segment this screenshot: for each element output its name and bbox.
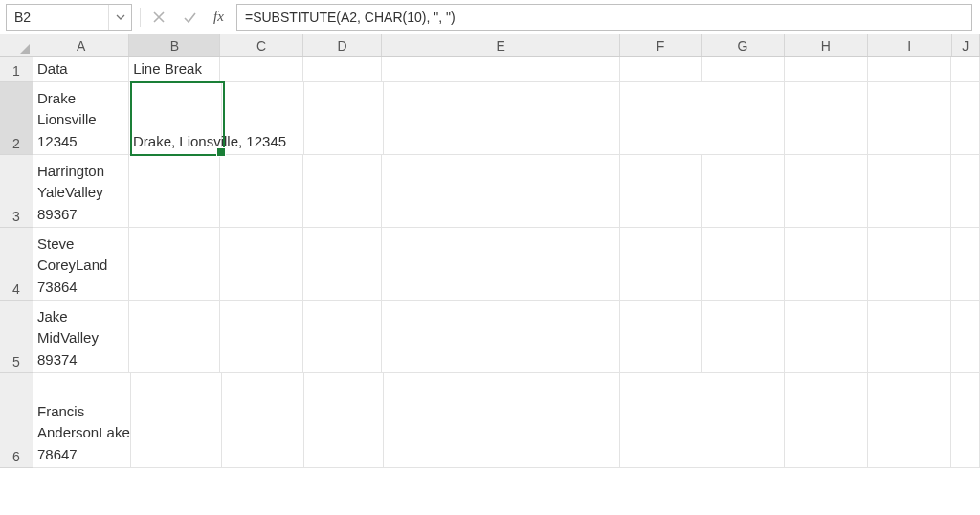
column-headers: ABCDEFGHIJ <box>33 34 980 57</box>
cell-I4[interactable] <box>868 228 951 301</box>
row-header-4[interactable]: 4 <box>0 228 33 301</box>
cell-G2[interactable] <box>702 82 785 155</box>
column-header-G[interactable]: G <box>702 34 784 56</box>
row-headers: 123456 <box>0 34 33 515</box>
cell-E1[interactable] <box>382 57 619 82</box>
cell-C6[interactable] <box>222 373 304 468</box>
cell-F1[interactable] <box>620 57 702 82</box>
cell-C5[interactable] <box>220 301 302 373</box>
cell-E2[interactable] <box>384 82 621 155</box>
fx-icon[interactable]: fx <box>210 9 231 25</box>
cell-J1[interactable] <box>951 57 980 82</box>
row-header-2[interactable]: 2 <box>0 82 33 155</box>
cells: DataLine BreakDrake Lionsville 12345Drak… <box>33 57 980 468</box>
check-icon <box>183 11 196 24</box>
row-header-5[interactable]: 5 <box>0 301 33 373</box>
cell-H6[interactable] <box>785 373 868 468</box>
formula-buttons: fx <box>146 7 236 28</box>
column-header-I[interactable]: I <box>868 34 951 56</box>
cell-B4[interactable] <box>129 228 220 301</box>
cell-D1[interactable] <box>303 57 383 82</box>
cell-G5[interactable] <box>702 301 784 373</box>
cell-G6[interactable] <box>702 373 785 468</box>
column-header-H[interactable]: H <box>785 34 868 56</box>
cell-D5[interactable] <box>303 301 383 373</box>
cell-I6[interactable] <box>868 373 951 468</box>
name-box[interactable]: B2 <box>6 4 132 31</box>
cell-A5[interactable]: Jake MidValley 89374 <box>33 301 129 373</box>
cancel-icon <box>152 11 166 24</box>
column-header-E[interactable]: E <box>382 34 619 56</box>
chevron-down-icon <box>116 12 125 22</box>
column-header-J[interactable]: J <box>952 34 980 56</box>
cell-C3[interactable] <box>220 155 302 228</box>
cancel-button[interactable] <box>148 7 169 28</box>
formula-input-wrap[interactable] <box>236 4 972 31</box>
table-row: Jake MidValley 89374 <box>33 301 980 373</box>
cell-D6[interactable] <box>304 373 383 468</box>
cell-E6[interactable] <box>384 373 621 468</box>
column-header-C[interactable]: C <box>220 34 302 56</box>
cell-F6[interactable] <box>620 373 702 468</box>
cell-A3[interactable]: Harrington YaleValley 89367 <box>33 155 129 228</box>
cell-I1[interactable] <box>868 57 951 82</box>
cell-A6[interactable]: Francis AndersonLake 78647 <box>33 373 131 468</box>
cell-F3[interactable] <box>620 155 702 228</box>
cell-H3[interactable] <box>785 155 868 228</box>
cell-D2[interactable] <box>304 82 383 155</box>
cell-B3[interactable] <box>129 155 220 228</box>
cell-E5[interactable] <box>382 301 619 373</box>
cell-G4[interactable] <box>702 228 784 301</box>
table-row: Harrington YaleValley 89367 <box>33 155 980 228</box>
cell-H5[interactable] <box>785 301 868 373</box>
cell-J6[interactable] <box>951 373 980 468</box>
select-all-corner[interactable] <box>0 34 33 57</box>
cell-D4[interactable] <box>303 228 383 301</box>
cell-H2[interactable] <box>785 82 868 155</box>
enter-button[interactable] <box>179 7 200 28</box>
cells-area: ABCDEFGHIJ DataLine BreakDrake Lionsvill… <box>33 34 980 515</box>
table-row: Drake Lionsville 12345Drake, Lionsville,… <box>33 82 980 155</box>
name-box-dropdown[interactable] <box>108 5 131 30</box>
cell-I2[interactable] <box>868 82 951 155</box>
cell-C4[interactable] <box>220 228 302 301</box>
spreadsheet-grid: 123456 ABCDEFGHIJ DataLine BreakDrake Li… <box>0 34 980 515</box>
cell-E4[interactable] <box>382 228 619 301</box>
column-header-D[interactable]: D <box>303 34 383 56</box>
cell-G1[interactable] <box>702 57 784 82</box>
cell-A4[interactable]: Steve CoreyLand 73864 <box>33 228 129 301</box>
cell-F5[interactable] <box>620 301 702 373</box>
table-row: Steve CoreyLand 73864 <box>33 228 980 301</box>
cell-I5[interactable] <box>868 301 951 373</box>
divider <box>140 8 141 27</box>
cell-D3[interactable] <box>303 155 383 228</box>
cell-B5[interactable] <box>129 301 220 373</box>
cell-J4[interactable] <box>951 228 980 301</box>
table-row: Francis AndersonLake 78647 <box>33 373 980 468</box>
row-header-1[interactable]: 1 <box>0 57 33 82</box>
cell-E3[interactable] <box>382 155 619 228</box>
cell-J5[interactable] <box>951 301 980 373</box>
cell-B1[interactable]: Line Break <box>129 57 220 82</box>
column-header-A[interactable]: A <box>33 34 129 56</box>
cell-A1[interactable]: Data <box>33 57 129 82</box>
row-header-3[interactable]: 3 <box>0 155 33 228</box>
cell-F2[interactable] <box>620 82 702 155</box>
cell-C1[interactable] <box>220 57 302 82</box>
cell-J2[interactable] <box>951 82 980 155</box>
name-box-value: B2 <box>7 8 108 27</box>
cell-A2[interactable]: Drake Lionsville 12345 <box>33 82 129 155</box>
cell-H1[interactable] <box>785 57 868 82</box>
cell-I3[interactable] <box>868 155 951 228</box>
cell-J3[interactable] <box>951 155 980 228</box>
cell-B6[interactable] <box>131 373 222 468</box>
cell-F4[interactable] <box>620 228 702 301</box>
cell-B2[interactable]: Drake, Lionsville, 12345 <box>129 82 222 155</box>
cell-H4[interactable] <box>785 228 868 301</box>
column-header-F[interactable]: F <box>620 34 702 56</box>
cell-G3[interactable] <box>702 155 784 228</box>
column-header-B[interactable]: B <box>129 34 220 56</box>
row-header-6[interactable]: 6 <box>0 373 33 468</box>
formula-input[interactable] <box>245 10 964 25</box>
formula-bar: B2 fx <box>0 0 980 34</box>
